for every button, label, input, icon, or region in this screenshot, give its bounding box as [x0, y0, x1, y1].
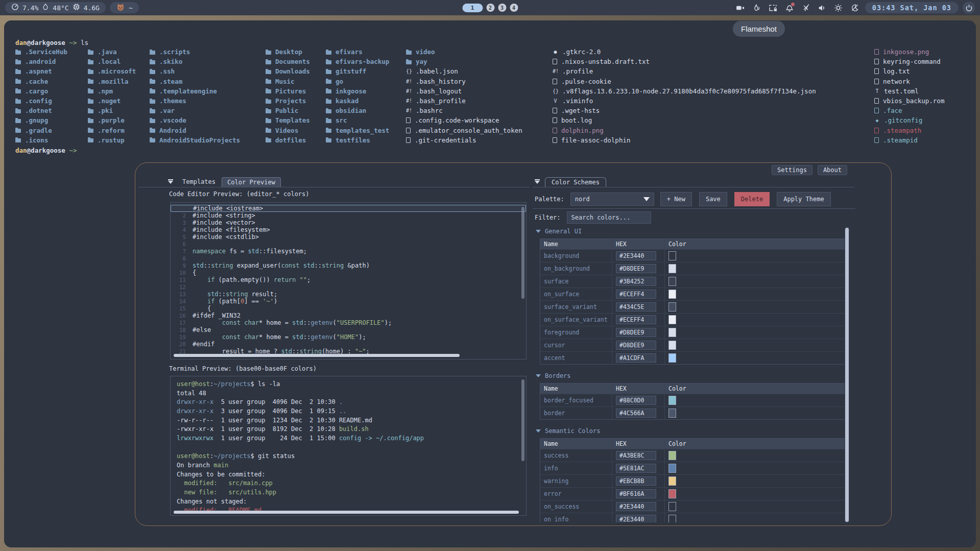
color-name: surface_variant [540, 301, 612, 313]
night-light-off-icon[interactable] [849, 2, 861, 14]
hex-input[interactable]: #D8DEE9 [616, 341, 656, 350]
color-swatch[interactable] [668, 315, 676, 324]
tab-color-preview[interactable]: Color Preview [222, 177, 281, 187]
color-swatch[interactable] [668, 353, 676, 363]
section-header[interactable]: Borders [536, 372, 852, 380]
hex-input[interactable]: #A1CDFA [616, 353, 656, 363]
delete-button[interactable]: Delete [734, 192, 770, 206]
text-segment: #endif [193, 341, 214, 348]
terminal-launcher-pill[interactable]: ~ [110, 2, 139, 13]
hex-input[interactable]: #A3BE8C [616, 451, 656, 460]
shell-prompt[interactable]: dan@darkgoose ~> [15, 147, 77, 154]
hex-input[interactable]: #434C5E [616, 302, 656, 312]
color-swatch[interactable] [668, 277, 676, 286]
color-swatch[interactable] [668, 302, 676, 312]
workspace-4[interactable]: 4 [510, 4, 518, 12]
workspace-1[interactable]: 1 [462, 4, 483, 12]
screenshot-area-icon[interactable] [767, 2, 779, 14]
hex-input[interactable]: #D8DEE9 [616, 264, 656, 273]
file-icon [874, 128, 879, 133]
hex-input[interactable]: #EBCB8B [616, 476, 656, 486]
entry-label: .git-credentials [415, 136, 476, 144]
volume-icon[interactable] [816, 2, 828, 14]
collapse-arrow-icon[interactable] [535, 181, 540, 184]
dir-entry: testfiles [326, 135, 389, 145]
workspace-2[interactable]: 2 [486, 4, 494, 12]
palette-select[interactable]: nord [570, 193, 654, 206]
hex-input[interactable]: #5E81AC [616, 464, 656, 473]
colors-scrollbar-thumb[interactable] [845, 228, 849, 522]
text-segment: * home = [259, 319, 292, 326]
tab-color-schemes[interactable]: Color Schemes [545, 177, 606, 187]
hex-input[interactable]: #D8DEE9 [616, 328, 656, 337]
text-segment [193, 319, 222, 326]
memory-chip-icon [73, 3, 80, 12]
terminal-line [171, 443, 526, 452]
entry-label: keyring-command [883, 58, 941, 65]
colors-scrollbar-track[interactable] [845, 227, 849, 523]
save-button[interactable]: Save [699, 192, 727, 206]
color-swatch[interactable] [668, 396, 676, 405]
ls-column: .scripts.skiko.ssh.steam.templateengine.… [150, 47, 240, 145]
flameshot-icon[interactable] [751, 2, 763, 14]
apply-theme-button[interactable]: Apply Theme [777, 192, 830, 206]
swatch-cell [664, 326, 845, 339]
color-swatch[interactable] [668, 464, 676, 473]
code-line: 19 const char* home = std::getenv("HOME"… [171, 333, 526, 341]
terminal-h-scrollbar[interactable] [174, 511, 519, 514]
folder-icon [326, 109, 331, 113]
section-header[interactable]: General UI [536, 227, 852, 235]
color-name: info [540, 462, 612, 474]
color-swatch[interactable] [668, 251, 676, 260]
notifications-icon[interactable] [783, 2, 796, 14]
clock[interactable]: 03:43 Sat, Jan 03 [865, 2, 959, 13]
color-swatch[interactable] [668, 409, 676, 418]
terminal-v-scrollbar[interactable] [521, 379, 524, 461]
hex-input[interactable]: #2E3440 [616, 502, 656, 511]
screen-record-icon[interactable] [734, 2, 747, 14]
color-swatch[interactable] [668, 502, 676, 511]
color-swatch[interactable] [668, 341, 676, 350]
input-disabled-icon[interactable] [800, 2, 812, 14]
dir-entry: video [406, 47, 522, 57]
editor-v-scrollbar[interactable] [521, 207, 524, 299]
color-swatch[interactable] [668, 451, 676, 460]
color-swatch[interactable] [668, 476, 676, 486]
dir-entry: .npm [88, 86, 136, 96]
file-icon [553, 79, 557, 84]
color-name: foreground [540, 326, 612, 339]
cpu-usage-value: 7.4% [22, 4, 38, 12]
hex-input[interactable]: #2E3440 [616, 251, 656, 260]
hex-input[interactable]: #88C0D0 [616, 396, 656, 405]
collapse-arrow-icon[interactable] [168, 181, 173, 184]
section-header[interactable]: Semantic Colors [536, 427, 852, 435]
color-swatch[interactable] [668, 489, 676, 498]
editor-h-scrollbar[interactable] [174, 354, 460, 357]
color-swatch[interactable] [668, 515, 676, 522]
line-number: 5 [171, 234, 186, 241]
hex-input[interactable]: #BF616A [616, 489, 656, 498]
brightness-icon[interactable] [832, 2, 845, 14]
color-swatch[interactable] [668, 328, 676, 337]
tab-templates[interactable]: Templates [177, 177, 221, 187]
hex-input[interactable]: #4C566A [616, 409, 656, 418]
color-swatch[interactable] [668, 264, 676, 273]
color-swatch[interactable] [668, 290, 676, 299]
hex-input[interactable]: #ECEFF4 [616, 315, 656, 324]
text-segment: $ git status [251, 452, 295, 460]
folder-icon [88, 51, 93, 55]
color-row: on_surface_variant#ECEFF4 [540, 313, 845, 326]
power-icon[interactable] [963, 2, 975, 14]
file-icon [406, 128, 411, 133]
folder-icon [266, 60, 271, 64]
new-button[interactable]: + New [660, 192, 692, 206]
color-search-input[interactable]: Search colors... [567, 211, 651, 224]
text-segment: :: [303, 333, 310, 341]
hex-input[interactable]: #3B4252 [616, 277, 656, 286]
system-stats-pill: 7.4% 48°C 4.6G [5, 2, 106, 13]
hex-input[interactable]: #2E3440 [616, 515, 656, 522]
hex-input[interactable]: #ECEFF4 [616, 290, 656, 299]
workspace-3[interactable]: 3 [498, 4, 506, 12]
text-segment: drwxr-xr-x [177, 408, 213, 415]
text-segment: std [207, 291, 219, 298]
